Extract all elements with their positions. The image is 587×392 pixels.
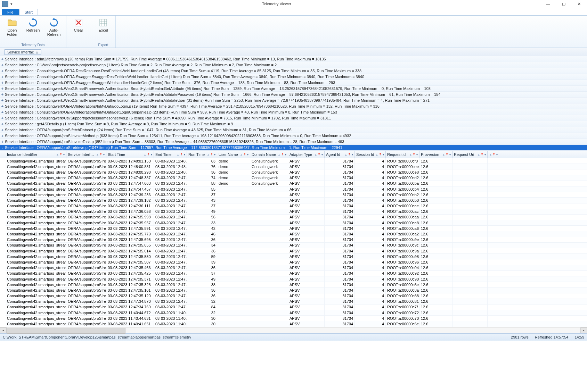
col-reqid[interactable]: Reques tIdΣ📍▾ (386, 151, 419, 158)
col-svc[interactable]: Service InterfaceΣ📍▾ (66, 151, 106, 158)
table-row[interactable]: Consultingwerk42.smartpas_stream.126OERA… (6, 237, 587, 243)
sigma-icon[interactable]: Σ (345, 153, 347, 156)
pin-icon[interactable]: 📍 (243, 153, 246, 156)
filter-icon[interactable]: ▾ (449, 153, 451, 156)
expand-icon[interactable]: + (0, 92, 5, 97)
filter-icon[interactable]: ▾ (151, 153, 152, 156)
sigma-icon[interactable]: Σ (278, 153, 280, 156)
scroll-right-button[interactable]: ▸ (580, 327, 587, 333)
table-row[interactable]: Consultingwerk42.smartpas_stream.126OERA… (6, 293, 587, 299)
pin-icon[interactable]: 📍 (445, 153, 449, 156)
col-prov[interactable]: ProversionΣ📍▾ (419, 151, 453, 158)
group-row[interactable]: +Service Interface : Consultingwerk.Web2… (0, 92, 587, 98)
group-row[interactable]: +Service Interface : Consultingwerk/Util… (0, 115, 587, 121)
group-row[interactable]: +Service Interface : Consultingwerk.Web2… (0, 86, 587, 92)
col-start[interactable]: Start TimeΣ📍▾ (106, 151, 154, 158)
group-row[interactable]: -Service Interface : OERA/support/proSIr… (0, 145, 587, 151)
filter-icon[interactable]: ▾ (103, 153, 105, 156)
col-end[interactable]: End TimeΣ📍▾ (154, 151, 187, 158)
filter-icon[interactable]: ▾ (484, 153, 486, 156)
group-row[interactable]: +Service Interface : Consultingwerk/OERA… (0, 109, 587, 115)
col-session[interactable]: Session IdΣ📍▾ (355, 151, 386, 158)
group-row[interactable]: +Service Interface : getASDetails.p (1 i… (0, 121, 587, 127)
filter-icon[interactable]: ▾ (416, 153, 418, 156)
group-by-chip[interactable]: Service Interfac △ (4, 49, 41, 55)
pin-icon[interactable]: 📍 (492, 153, 496, 156)
table-row[interactable]: Consultingwerk42.smartpas_stream.126OERA… (6, 243, 587, 248)
scroll-left-button[interactable]: ◂ (0, 327, 7, 333)
expand-icon[interactable]: + (0, 128, 5, 132)
expand-icon[interactable]: + (0, 86, 5, 91)
sigma-icon[interactable]: Σ (443, 153, 445, 156)
filter-icon[interactable]: ▾ (285, 153, 286, 156)
expand-icon[interactable]: + (0, 116, 5, 120)
table-row[interactable]: Consultingwerk42.smartpas_stream.126OERA… (6, 265, 587, 271)
filter-icon[interactable]: ▾ (247, 153, 248, 156)
qat-dropdown-icon[interactable]: ▾ (10, 2, 13, 6)
tab-start[interactable]: Start (19, 9, 38, 15)
col-user[interactable]: User NameΣ📍▾ (217, 151, 250, 158)
table-row[interactable]: Consultingwerk42.smartpas_stream.126OERA… (6, 169, 587, 175)
pin-icon[interactable]: 📍 (180, 153, 183, 156)
expand-icon[interactable]: + (0, 122, 5, 126)
pin-icon[interactable]: 📍 (210, 153, 213, 156)
col-domain[interactable]: Domain NameΣ📍▾ (250, 151, 288, 158)
group-row[interactable]: +Service Interface : Consultingwerk.OERA… (0, 80, 587, 86)
refresh-button[interactable]: Refresh (23, 16, 43, 38)
table-row[interactable]: Consultingwerk42.smartpas_stream.126OERA… (6, 192, 587, 198)
expand-icon[interactable]: + (0, 57, 5, 61)
table-row[interactable]: Consultingwerk42.smartpas_stream.126OERA… (6, 310, 587, 316)
table-row[interactable]: Consultingwerk42.smartpas_stream.126OERA… (6, 215, 587, 220)
table-row[interactable]: Consultingwerk42.smartpas_stream.126OERA… (6, 181, 587, 186)
sigma-icon[interactable]: Σ (478, 153, 480, 156)
expand-icon[interactable]: + (0, 75, 5, 79)
expand-icon[interactable]: + (0, 81, 5, 85)
table-row[interactable]: Consultingwerk42.smartpas_stream.126OERA… (6, 198, 587, 203)
sigma-icon[interactable]: Σ (490, 153, 491, 156)
expand-icon[interactable]: + (0, 98, 5, 102)
table-row[interactable]: Consultingwerk42.smartpas_stream.126OERA… (6, 321, 587, 327)
open-folder-button[interactable]: OpenFolder (2, 16, 22, 38)
table-row[interactable]: Consultingwerk42.smartpas_stream.126OERA… (6, 248, 587, 254)
table-row[interactable]: Consultingwerk42.smartpas_stream.126OERA… (6, 282, 587, 287)
group-row[interactable]: +Service Interface : OERA/support/proSIi… (0, 133, 587, 139)
table-row[interactable]: Consultingwerk42.smartpas_stream.126OERA… (6, 299, 587, 305)
maximize-button[interactable]: ▢ (556, 0, 571, 8)
sigma-icon[interactable]: Σ (97, 153, 98, 156)
expand-icon[interactable]: + (0, 110, 5, 114)
tab-file[interactable]: File (2, 9, 19, 15)
group-row[interactable]: +Service Interface : adm2/fetchrows.p (2… (0, 56, 587, 62)
group-row[interactable]: +Service Interface : Consultingwerk.OERA… (0, 74, 587, 80)
sigma-icon[interactable]: Σ (240, 153, 242, 156)
pin-icon[interactable]: 📍 (99, 153, 103, 156)
table-row[interactable]: Consultingwerk42.smartpas_stream.126OERA… (6, 203, 587, 209)
col-runtime[interactable]: Run TimeΣ📍▾ (187, 151, 217, 158)
expand-icon[interactable]: + (0, 104, 5, 108)
collapse-icon[interactable]: - (0, 145, 5, 150)
group-row[interactable]: +Service Interface : Consultingwerk.OERA… (0, 68, 587, 74)
expand-icon[interactable]: + (0, 69, 5, 73)
table-row[interactable]: Consultingwerk42.smartpas_stream.126OERA… (6, 209, 587, 215)
group-row[interactable]: +Service Interface : C:\Work\projects\sc… (0, 62, 587, 68)
col-instance[interactable]: Instance IdentifierΣ📍▾ (6, 151, 66, 158)
filter-icon[interactable]: ▾ (352, 153, 353, 156)
sigma-icon[interactable]: Σ (376, 153, 378, 156)
expand-icon[interactable]: + (0, 63, 5, 67)
pin-icon[interactable]: 📍 (412, 153, 416, 156)
table-row[interactable]: Consultingwerk42.smartpas_stream.126OERA… (6, 316, 587, 321)
table-row[interactable]: Consultingwerk42.smartpas_stream.126OERA… (6, 226, 587, 231)
table-row[interactable]: Consultingwerk42.smartpas_stream.126OERA… (6, 186, 587, 192)
close-button[interactable]: ✕ (571, 0, 587, 8)
table-row[interactable]: Consultingwerk42.smartpas_stream.126OERA… (6, 259, 587, 265)
col-re2[interactable]: ReΣ📍▾ (488, 151, 499, 158)
sigma-icon[interactable]: Σ (207, 153, 209, 156)
filter-icon[interactable]: ▾ (496, 153, 498, 156)
filter-icon[interactable]: ▾ (184, 153, 185, 156)
table-row[interactable]: Consultingwerk42.smartpas_stream.126OERA… (6, 305, 587, 310)
horizontal-scrollbar[interactable]: ◂ ▸ (0, 327, 587, 333)
col-adapter[interactable]: Adapter TypeΣ📍▾ (288, 151, 325, 158)
table-row[interactable]: Consultingwerk42.smartpas_stream.126OERA… (6, 158, 587, 164)
table-row[interactable]: Consultingwerk42.smartpas_stream.126OERA… (6, 276, 587, 282)
pin-icon[interactable]: 📍 (480, 153, 484, 156)
table-row[interactable]: Consultingwerk42.smartpas_stream.126OERA… (6, 164, 587, 169)
